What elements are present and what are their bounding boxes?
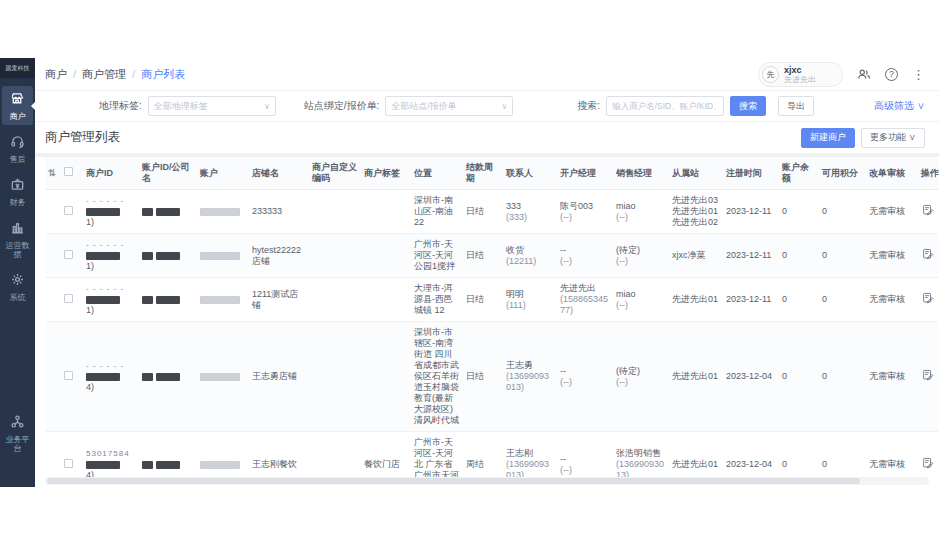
row-checkbox[interactable] (64, 206, 73, 215)
sort-icon[interactable]: ⇅ (48, 168, 56, 178)
sidebar-item-售后[interactable]: 售后 (2, 129, 33, 168)
geo-select[interactable]: 全部地理标签∨ (148, 96, 276, 116)
search-button[interactable]: 搜索 (730, 96, 766, 116)
select-all-checkbox[interactable] (64, 167, 73, 176)
cell-tag (361, 322, 411, 432)
cell-contact: 王志勇(13699093013) (503, 322, 557, 432)
geo-label: 地理标签: (99, 99, 142, 113)
cell-reg-time: 2023-12-04 (723, 432, 779, 478)
column-header: 联系人 (503, 157, 557, 190)
merchant-table-wrap: ⇅商户ID账户ID/公司名账户店铺名商户自定义编码商户标签位置结款周期联系人开户… (35, 157, 939, 477)
censored-block (156, 252, 180, 260)
cell-account (197, 432, 249, 478)
row-checkbox[interactable] (64, 371, 73, 380)
sidebar-item-label: 系统 (10, 293, 26, 302)
breadcrumb-separator: / (73, 68, 76, 80)
headset-icon (10, 134, 25, 153)
cell-company (139, 234, 197, 278)
cell-account-manager: 先进先出(15886534577) (557, 278, 613, 322)
table-row: - - - - - -1) hytest22222店铺广州市-天河区-天河公园1… (45, 234, 939, 278)
cell-balance: 0 (779, 234, 819, 278)
site-select[interactable]: 全部站点/报价单∨ (385, 96, 513, 116)
breadcrumb-item[interactable]: 商户管理 (82, 67, 126, 82)
row-checkbox[interactable] (64, 250, 73, 259)
censored-block (86, 208, 120, 216)
breadcrumb-item: 商户列表 (141, 67, 185, 82)
censored-block (86, 461, 120, 469)
horizontal-scrollbar[interactable] (45, 477, 929, 485)
sidebar-item-运营数据[interactable]: 运营数据 (2, 215, 33, 263)
column-header: 结款周期 (463, 157, 503, 190)
cell-contact: 333(333) (503, 190, 557, 234)
cell-contact: 收货(12211) (503, 234, 557, 278)
app-logo: 观麦科技 (0, 58, 35, 78)
cell-location: 广州市-天河区-天河北 广东省广州市天河区天河北路 (411, 432, 463, 478)
row-checkbox[interactable] (64, 294, 73, 303)
censored-block (156, 373, 180, 381)
censored-block (200, 252, 240, 260)
org-icon (10, 414, 25, 433)
cell-custom-code (309, 234, 361, 278)
cell-tag (361, 234, 411, 278)
censored-block (156, 461, 180, 469)
order-edit-icon[interactable] (921, 203, 936, 218)
sidebar-nav: 商户售后财务运营数据系统 (0, 84, 35, 308)
column-header (61, 157, 83, 190)
user-menu[interactable]: 先 xjxc 先进先出 (758, 62, 843, 87)
order-edit-icon[interactable] (921, 368, 936, 383)
cell-contact: 王志刚(13699093013) (503, 432, 557, 478)
sidebar-item-商户[interactable]: 商户 (2, 86, 33, 125)
cell-sales-manager: (待定)(--) (613, 234, 669, 278)
search-label: 搜索: (577, 99, 600, 113)
cell-points: 0 (819, 278, 866, 322)
censored-block (86, 373, 120, 381)
censored-block (142, 208, 153, 216)
cell-account (197, 234, 249, 278)
order-edit-icon[interactable] (921, 247, 936, 262)
cell-company (139, 278, 197, 322)
advanced-filter-link[interactable]: 高级筛选 ∨ (874, 99, 925, 113)
sidebar-item-label: 商户 (10, 112, 26, 121)
main-area: 商户/商户管理/商户列表 先 xjxc 先进先出 ? ⋮ 地理标签: (35, 58, 939, 487)
chevron-down-icon: ∨ (501, 102, 507, 111)
user-org: 先进先出 (784, 75, 816, 84)
cell-location: 大理市-洱源县-西邑城镇 12 (411, 278, 463, 322)
cell-merchant-id: 530175844) (83, 432, 139, 478)
contacts-icon[interactable] (857, 67, 871, 81)
sidebar-item-系统[interactable]: 系统 (2, 267, 33, 306)
cell-tag (361, 190, 411, 234)
table-row: 530175844) 王志刚餐饮餐饮门店广州市-天河区-天河北 广东省广州市天河… (45, 432, 939, 478)
table-row: - - - - - -1) 1211测试店铺大理市-洱源县-西邑城镇 12日结明… (45, 278, 939, 322)
column-header: 商户自定义编码 (309, 157, 361, 190)
cell-shop-name: 王志刚餐饮 (249, 432, 309, 478)
column-header: 商户标签 (361, 157, 411, 190)
cell-audit: 无需审核 (866, 432, 918, 478)
topbar: 商户/商户管理/商户列表 先 xjxc 先进先出 ? ⋮ (35, 58, 939, 91)
breadcrumb-item[interactable]: 商户 (45, 67, 67, 82)
censored-block (142, 461, 153, 469)
more-functions-button[interactable]: 更多功能 ∨ (861, 128, 925, 148)
cell-sales-manager: miao(--) (613, 190, 669, 234)
row-checkbox[interactable] (64, 459, 73, 468)
censored-block (142, 296, 153, 304)
new-merchant-button[interactable]: 新建商户 (801, 128, 855, 148)
export-button[interactable]: 导出 (778, 96, 814, 116)
scrollbar-thumb[interactable] (47, 478, 860, 484)
sidebar-item-label: 业务平台 (2, 435, 33, 453)
cell-merchant-id: - - - - - -4) (83, 322, 139, 432)
order-edit-icon[interactable] (921, 291, 936, 306)
sidebar-item-业务平台[interactable]: 业务平台 (2, 409, 33, 457)
sidebar-item-财务[interactable]: 财务 (2, 172, 33, 211)
censored-block (142, 373, 153, 381)
censored-block (200, 208, 240, 216)
cell-station: 先进先出03先进先出01先进先出02 (669, 190, 723, 234)
cell-audit: 无需审核 (866, 322, 918, 432)
search-input[interactable] (606, 96, 724, 116)
table-row: - - - - - -1) 233333深圳市-南山区-南油 22日结333(3… (45, 190, 939, 234)
help-icon[interactable]: ? (885, 68, 898, 81)
cell-company (139, 190, 197, 234)
more-menu-icon[interactable]: ⋮ (912, 67, 925, 82)
cell-reg-time: 2023-12-11 (723, 234, 779, 278)
cell-points: 0 (819, 322, 866, 432)
order-edit-icon[interactable] (921, 456, 936, 471)
